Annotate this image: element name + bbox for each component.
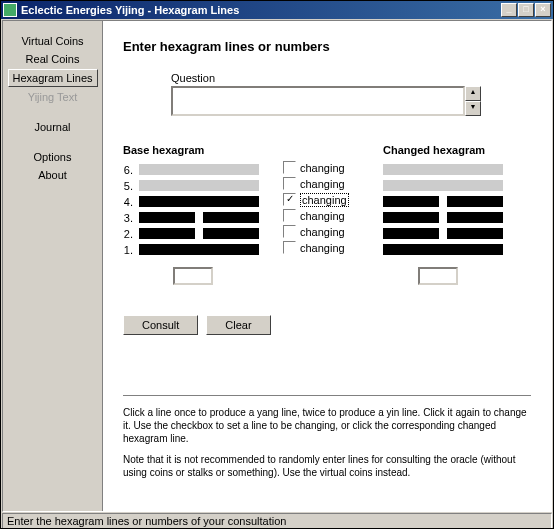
app-icon [3,3,17,17]
changing-checkbox-2[interactable] [283,225,296,238]
sidebar-item-real-coins[interactable]: Real Coins [8,51,98,67]
page-title: Enter hexagram lines or numbers [123,39,531,54]
changing-checkbox-5[interactable] [283,177,296,190]
base-line-6[interactable] [139,164,259,175]
base-line-3[interactable] [139,212,259,223]
changing-label: changing [300,226,345,238]
help-text-1: Click a line once to produce a yang line… [123,406,531,445]
changing-label: changing [300,210,345,222]
sidebar: Virtual CoinsReal CoinsHexagram LinesYij… [3,21,103,511]
changing-label: changing [300,178,345,190]
changing-label: changing [300,162,345,174]
separator [123,395,531,396]
sidebar-item-journal[interactable]: Journal [8,119,98,135]
status-bar: Enter the hexagram lines or numbers of y… [2,513,552,529]
question-input[interactable] [171,86,465,116]
help-text-2: Note that it is not recommended to rando… [123,453,531,479]
line-number: 2. [123,228,139,240]
line-number: 6. [123,164,139,176]
window-title: Eclectic Energies Yijing - Hexagram Line… [21,4,501,16]
content-area: Enter hexagram lines or numbers Question… [103,21,551,511]
sidebar-item-options[interactable]: Options [8,149,98,165]
base-line-5[interactable] [139,180,259,191]
changing-checkbox-3[interactable] [283,209,296,222]
base-line-2[interactable] [139,228,259,239]
changing-label: changing [300,242,345,254]
changed-line-2[interactable] [383,228,503,239]
question-spin-up[interactable]: ▲ [465,86,481,101]
base-number-input[interactable] [173,267,213,285]
line-number: 5. [123,180,139,192]
changed-line-6[interactable] [383,164,503,175]
line-number: 3. [123,212,139,224]
clear-button[interactable]: Clear [206,315,270,335]
line-number: 4. [123,196,139,208]
titlebar: Eclectic Energies Yijing - Hexagram Line… [1,1,553,19]
changing-checkbox-1[interactable] [283,241,296,254]
sidebar-item-about[interactable]: About [8,167,98,183]
changed-line-4[interactable] [383,196,503,207]
changing-label: changing [300,193,349,207]
sidebar-item-hexagram-lines[interactable]: Hexagram Lines [8,69,98,87]
line-number: 1. [123,244,139,256]
question-label: Question [171,72,531,84]
changed-line-5[interactable] [383,180,503,191]
maximize-button[interactable]: □ [518,3,534,17]
changed-number-input[interactable] [418,267,458,285]
sidebar-item-yijing-text: Yijing Text [8,89,98,105]
changed-hexagram-label: Changed hexagram [383,144,523,156]
changed-line-3[interactable] [383,212,503,223]
changed-line-1[interactable] [383,244,503,255]
sidebar-item-virtual-coins[interactable]: Virtual Coins [8,33,98,49]
close-button[interactable]: × [535,3,551,17]
base-line-4[interactable] [139,196,259,207]
base-line-1[interactable] [139,244,259,255]
changing-checkbox-4[interactable]: ✓ [283,193,296,206]
question-spin-down[interactable]: ▼ [465,101,481,116]
base-hexagram-label: Base hexagram [123,144,283,156]
consult-button[interactable]: Consult [123,315,198,335]
changing-checkbox-6[interactable] [283,161,296,174]
minimize-button[interactable]: _ [501,3,517,17]
